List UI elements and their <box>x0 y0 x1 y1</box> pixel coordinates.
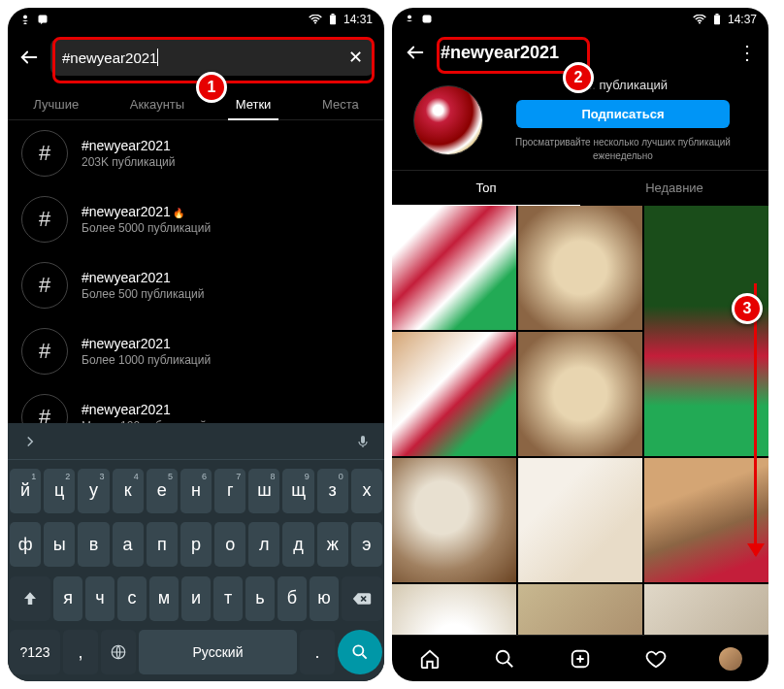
nav-add[interactable] <box>569 647 592 671</box>
subscribe-button[interactable]: Подписаться <box>516 100 730 128</box>
key[interactable]: х <box>351 469 382 513</box>
key[interactable]: у3 <box>78 469 109 513</box>
key[interactable]: н6 <box>180 469 212 513</box>
svg-point-6 <box>353 646 363 656</box>
hashtag-meta: 2... публикаций Подписаться Просматривай… <box>499 78 747 162</box>
post-thumb[interactable] <box>392 584 516 635</box>
key[interactable]: з0 <box>317 469 348 513</box>
key[interactable]: л <box>248 522 279 567</box>
post-thumb[interactable] <box>518 584 642 635</box>
key[interactable]: д <box>282 522 313 567</box>
key[interactable]: г7 <box>214 469 245 513</box>
viber-icon <box>421 14 433 25</box>
result-subtitle: 203K публикаций <box>82 155 176 169</box>
post-thumb[interactable] <box>518 458 642 582</box>
key[interactable]: м <box>149 576 179 621</box>
ok-icon <box>404 14 415 25</box>
key[interactable]: . <box>300 630 335 674</box>
hash-icon: # <box>21 130 68 177</box>
key[interactable]: в <box>78 522 109 567</box>
key[interactable]: е5 <box>147 469 178 513</box>
feed-tab-top[interactable]: Топ <box>392 171 580 206</box>
results-list: ##newyear2021203K публикаций##newyear202… <box>8 120 384 423</box>
search-icon <box>350 642 370 662</box>
key[interactable] <box>101 630 136 674</box>
clear-icon[interactable]: ✕ <box>348 47 363 68</box>
post-thumb[interactable] <box>518 332 642 456</box>
wifi-icon <box>693 15 706 24</box>
more-menu[interactable]: ⋮ <box>737 41 757 64</box>
key[interactable]: р <box>180 522 212 567</box>
backspace-icon <box>352 591 372 607</box>
step-badge-3: 3 <box>732 293 763 324</box>
status-left-icons <box>404 14 433 25</box>
key[interactable]: ф <box>10 522 41 567</box>
post-thumb[interactable] <box>518 206 642 330</box>
result-row[interactable]: ##newyear2021Более 500 публикаций <box>8 252 384 318</box>
step-badge-2: 2 <box>563 62 594 93</box>
key[interactable]: ж <box>317 522 348 567</box>
post-thumb[interactable] <box>392 458 516 582</box>
scroll-arrow <box>754 283 757 555</box>
battery-icon <box>712 14 722 25</box>
key[interactable]: ц2 <box>44 469 75 513</box>
post-thumb[interactable] <box>392 332 516 456</box>
nav-search[interactable] <box>493 647 516 671</box>
hash-icon: # <box>21 328 68 375</box>
post-thumb[interactable] <box>644 458 768 582</box>
key[interactable] <box>338 630 382 674</box>
key[interactable]: ш8 <box>248 469 279 513</box>
subscribe-hint: Просматривайте несколько лучших публикац… <box>499 136 747 162</box>
keyboard-toolbar <box>8 423 384 460</box>
result-subtitle: Более 1000 публикаций <box>82 353 211 367</box>
key[interactable]: и <box>181 576 211 621</box>
chevron-right-icon[interactable] <box>21 433 39 450</box>
result-row[interactable]: ##newyear2021Менее 100 публикаций <box>8 384 384 423</box>
ok-icon <box>19 14 31 25</box>
key[interactable]: т <box>213 576 243 621</box>
result-row[interactable]: ##newyear2021🔥Более 5000 публикаций <box>8 186 384 252</box>
key[interactable]: ?123 <box>10 630 60 674</box>
key[interactable]: ю <box>310 576 339 621</box>
nav-profile[interactable] <box>719 647 742 671</box>
svg-point-12 <box>497 650 509 663</box>
svg-point-1 <box>314 21 316 23</box>
key[interactable] <box>342 576 382 621</box>
back-button[interactable] <box>17 46 41 69</box>
key[interactable]: й1 <box>10 469 41 513</box>
result-tag: #newyear2021 <box>82 402 207 417</box>
post-thumb[interactable] <box>644 206 768 456</box>
key[interactable]: я <box>53 576 82 621</box>
mic-icon[interactable] <box>355 434 371 449</box>
key[interactable]: п <box>147 522 178 567</box>
search-input[interactable]: #newyear2021 ✕ <box>50 39 375 76</box>
key[interactable]: с <box>117 576 147 621</box>
result-row[interactable]: ##newyear2021Более 1000 публикаций <box>8 318 384 384</box>
clock: 14:37 <box>728 13 757 26</box>
back-button[interactable] <box>404 41 427 64</box>
key[interactable]: ь <box>245 576 275 621</box>
key[interactable]: ы <box>44 522 75 567</box>
feed-tab-recent[interactable]: Недавние <box>580 171 768 206</box>
post-thumb[interactable] <box>644 584 768 635</box>
key[interactable]: ч <box>85 576 114 621</box>
post-thumb[interactable] <box>392 206 516 330</box>
result-row[interactable]: ##newyear2021203K публикаций <box>8 120 384 186</box>
key[interactable]: к4 <box>113 469 144 513</box>
status-bar: 14:31 <box>8 8 384 31</box>
key[interactable]: , <box>63 630 98 674</box>
tab-accounts[interactable]: Аккаунты <box>126 89 188 119</box>
nav-home[interactable] <box>418 647 441 671</box>
nav-activity[interactable] <box>644 647 668 671</box>
key[interactable]: Русский <box>139 630 297 674</box>
key[interactable]: о <box>214 522 245 567</box>
tab-places[interactable]: Места <box>318 89 363 119</box>
key[interactable]: а <box>113 522 144 567</box>
key[interactable]: щ9 <box>282 469 313 513</box>
key[interactable] <box>10 576 50 621</box>
tab-tags[interactable]: Метки <box>232 89 276 119</box>
key[interactable]: б <box>278 576 307 621</box>
key[interactable]: э <box>351 522 382 567</box>
tab-top[interactable]: Лучшие <box>29 89 82 119</box>
shift-icon <box>21 590 39 607</box>
